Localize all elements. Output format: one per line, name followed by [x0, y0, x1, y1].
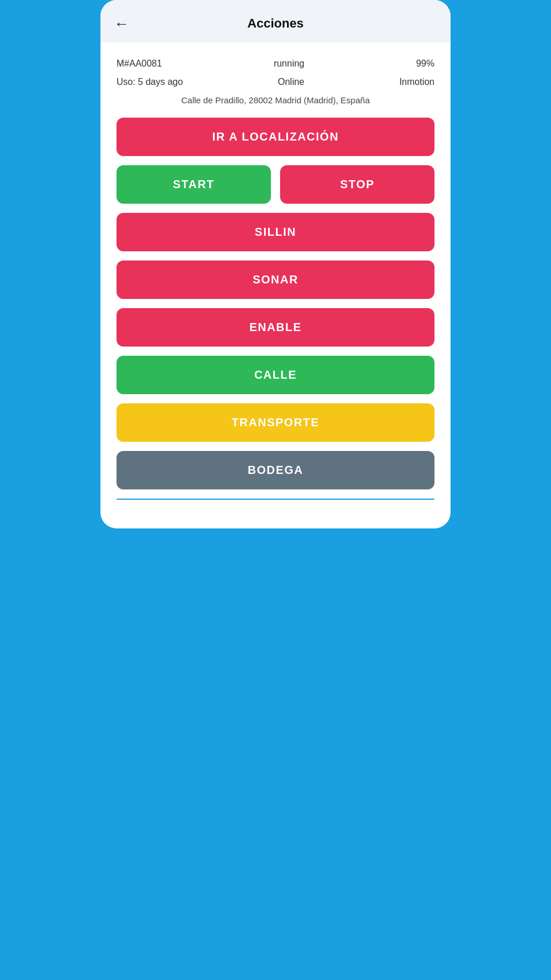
- phone-card: ← Acciones M#AA0081 running 99% Uso: 5 d…: [100, 0, 451, 528]
- device-brand: Inmotion: [399, 77, 434, 87]
- ir-localizacion-button[interactable]: IR A LOCALIZACIÓN: [117, 118, 434, 156]
- bodega-button[interactable]: BODEGA: [117, 451, 434, 489]
- bottom-divider: [117, 499, 434, 500]
- device-connectivity: Online: [278, 77, 304, 87]
- device-battery: 99%: [416, 59, 434, 69]
- page-title: Acciones: [247, 16, 304, 31]
- transporte-button[interactable]: TRANSPORTE: [117, 403, 434, 442]
- info-row-1: M#AA0081 running 99%: [117, 59, 434, 69]
- header: ← Acciones: [100, 0, 451, 42]
- sonar-button[interactable]: SONAR: [117, 260, 434, 299]
- enable-button[interactable]: ENABLE: [117, 308, 434, 347]
- start-stop-row: START STOP: [117, 165, 434, 204]
- card-body: M#AA0081 running 99% Uso: 5 days ago Onl…: [100, 42, 451, 505]
- back-button[interactable]: ←: [114, 16, 129, 31]
- info-row-2: Uso: 5 days ago Online Inmotion: [117, 77, 434, 87]
- sillin-button[interactable]: SILLIN: [117, 213, 434, 251]
- device-id: M#AA0081: [117, 59, 162, 69]
- start-button[interactable]: START: [117, 165, 271, 204]
- device-status: running: [274, 59, 304, 69]
- stop-button[interactable]: STOP: [280, 165, 434, 204]
- device-uso: Uso: 5 days ago: [117, 77, 183, 87]
- calle-button[interactable]: CALLE: [117, 356, 434, 394]
- device-address: Calle de Pradillo, 28002 Madrid (Madrid)…: [117, 95, 434, 105]
